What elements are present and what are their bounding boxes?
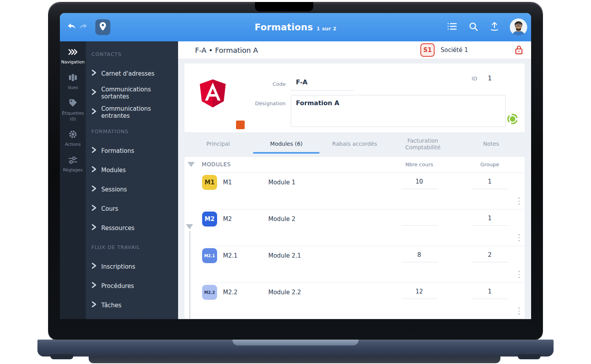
- columns-icon: [68, 72, 78, 83]
- page-title: Formations: [255, 22, 313, 32]
- chevron-right-icon: [91, 185, 97, 193]
- rail-item-actions[interactable]: Actions: [60, 129, 86, 148]
- app-topbar: Formations 1 sur 2: [60, 13, 531, 41]
- list-view-button[interactable]: [446, 21, 458, 33]
- icon-rail: Navigation Vues: [60, 41, 86, 319]
- field-underline: [401, 299, 438, 299]
- sidebar-item-label: Tâches: [101, 302, 121, 309]
- groupe-field[interactable]: 1: [460, 288, 520, 295]
- chevron-right-icon: [91, 166, 97, 174]
- sidebar-item-cours[interactable]: Cours: [91, 199, 178, 218]
- row-menu-button[interactable]: [517, 269, 521, 279]
- tab-modules[interactable]: Modules (6): [252, 135, 320, 154]
- lock-button[interactable]: [515, 45, 523, 55]
- rail-item-label: Vues: [67, 85, 79, 91]
- chevron-right-icon: [91, 224, 97, 232]
- table-row[interactable]: M2.2 M2.2 Module 2.2 12 1: [184, 282, 525, 319]
- table-row[interactable]: M2 M2 Module 2 1: [184, 209, 525, 246]
- back-button[interactable]: [65, 21, 77, 33]
- collapse-triangle-icon[interactable]: [188, 162, 195, 167]
- record-header-right: S1 Société 1: [420, 43, 523, 57]
- sidebar-item-carnet-adresses[interactable]: Carnet d'adresses: [91, 64, 178, 83]
- nbre-cours-field[interactable]: 12: [389, 288, 449, 295]
- sidebar-item-label: Communications sortantes: [101, 86, 178, 100]
- column-header-nbre-cours: Nbre cours: [389, 162, 449, 167]
- sidebar-item-communications-entrantes[interactable]: Communications entrantes: [91, 102, 178, 122]
- map-pin-icon: [99, 22, 107, 33]
- sidebar-item-label: Ressources: [101, 225, 134, 232]
- sidebar-item-procedures[interactable]: Procédures: [91, 276, 178, 295]
- modules-table-header: MODULES Nbre cours Groupe: [184, 157, 525, 173]
- sidebar-item-label: Inscriptions: [101, 263, 135, 270]
- company-badge[interactable]: S1: [420, 43, 435, 57]
- table-row[interactable]: M2.1 M2.1 Module 2.1 8 2: [184, 246, 525, 282]
- nbre-cours-field[interactable]: 8: [389, 251, 449, 258]
- row-menu-button[interactable]: [517, 233, 521, 243]
- tab-rabais-accordes[interactable]: Rabais accordés: [320, 135, 388, 154]
- module-name: Module 2.1: [268, 252, 301, 259]
- chevron-right-icon: [91, 262, 97, 271]
- status-target-icon[interactable]: [507, 113, 519, 126]
- nbre-cours-field[interactable]: 10: [389, 178, 449, 185]
- tab-notes[interactable]: Notes: [457, 135, 525, 154]
- laptop-notch: [255, 2, 313, 11]
- groupe-field[interactable]: 2: [460, 251, 520, 258]
- module-badge[interactable]: M2: [202, 212, 217, 227]
- groupe-field[interactable]: 1: [460, 215, 520, 222]
- app-screen: Formations 1 sur 2: [60, 13, 531, 319]
- search-icon: [468, 22, 478, 33]
- rail-item-label: Réglages: [62, 167, 84, 173]
- sidebar-item-formations[interactable]: Formations: [91, 141, 178, 160]
- sidebar-item-communications-sortantes[interactable]: Communications sortantes: [91, 83, 178, 102]
- rail-item-navigation[interactable]: Navigation: [60, 47, 86, 65]
- location-pin-button[interactable]: [95, 19, 110, 35]
- chevron-right-icon: [91, 69, 97, 78]
- rail-item-vues[interactable]: Vues: [60, 72, 86, 91]
- app-body: Navigation Vues: [60, 41, 531, 319]
- sidebar-item-sessions[interactable]: Sessions: [91, 180, 178, 199]
- color-swatch[interactable]: [236, 121, 245, 129]
- search-button[interactable]: [467, 21, 479, 33]
- column-header-groupe: Groupe: [460, 162, 520, 167]
- forward-arrow-icon: [78, 22, 89, 33]
- row-menu-button[interactable]: [517, 196, 521, 206]
- list-icon: [447, 22, 457, 33]
- chevron-right-icon: [91, 301, 97, 309]
- module-name: Module 2: [268, 215, 296, 223]
- rail-item-etiquettes[interactable]: Étiquettes (0): [60, 98, 86, 123]
- module-badge[interactable]: M2.2: [202, 285, 217, 300]
- module-code: M2.2: [223, 289, 238, 296]
- record-header: F-A • Formation A S1 Société 1: [178, 41, 531, 59]
- laptop-base: [37, 340, 554, 357]
- row-menu-button[interactable]: [517, 306, 521, 316]
- groupe-field[interactable]: 1: [460, 178, 520, 185]
- sidebar-item-modules[interactable]: Modules: [91, 160, 178, 180]
- export-button[interactable]: [489, 21, 500, 33]
- table-row[interactable]: M1 M1 Module 1 10 1: [184, 173, 525, 209]
- laptop-foot: [50, 354, 73, 359]
- nav-sidebar: CONTACTS Carnet d'adresses Communication…: [86, 41, 178, 319]
- designation-field[interactable]: Formation A: [291, 95, 506, 127]
- forward-button[interactable]: [77, 21, 89, 33]
- upload-icon: [490, 21, 499, 33]
- gear-icon: [68, 129, 78, 139]
- section-title-flux-de-travail: FLUX DE TRAVAIL: [91, 244, 140, 250]
- sidebar-item-inscriptions[interactable]: Inscriptions: [91, 257, 178, 276]
- tab-facturation-comptabilite[interactable]: Facturation Comptabilité: [389, 135, 457, 154]
- laptop-shadow: [89, 357, 500, 363]
- sidebar-item-taches[interactable]: Tâches: [91, 295, 178, 315]
- page: Formations 1 sur 2: [0, 0, 591, 364]
- page-title-group: Formations 1 sur 2: [255, 22, 336, 32]
- module-badge[interactable]: M1: [202, 175, 217, 190]
- lock-icon: [515, 45, 523, 55]
- module-badge[interactable]: M2.1: [202, 248, 217, 263]
- sidebar-item-ressources[interactable]: Ressources: [91, 218, 178, 238]
- field-underline: [472, 299, 508, 299]
- code-field[interactable]: F-A: [296, 78, 307, 86]
- user-avatar[interactable]: [510, 19, 527, 36]
- chevron-right-icon: [91, 204, 97, 213]
- company-name: Société 1: [440, 46, 468, 54]
- sidebar-item-label: Formations: [101, 147, 134, 154]
- tab-principal[interactable]: Principal: [184, 135, 252, 154]
- rail-item-reglages[interactable]: Réglages: [60, 155, 86, 173]
